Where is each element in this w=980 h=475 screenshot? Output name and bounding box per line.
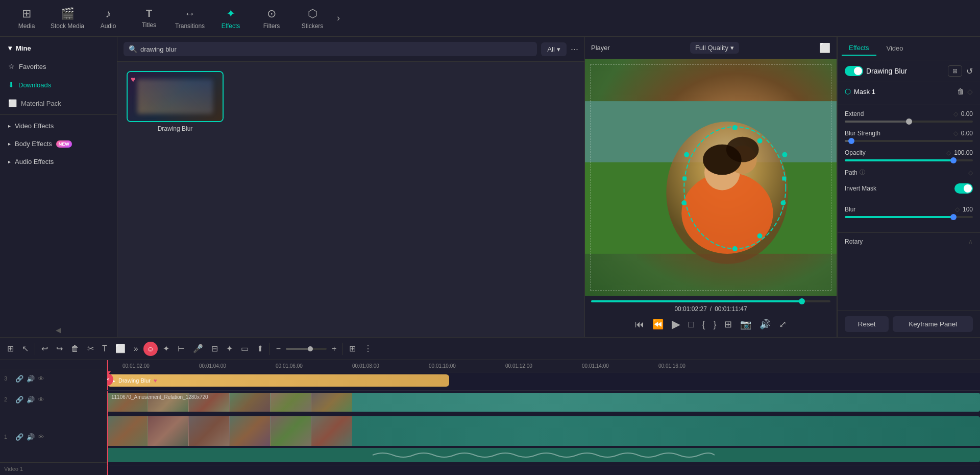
blur-strength-thumb[interactable]: [848, 138, 854, 144]
cut-btn[interactable]: ✂: [84, 342, 97, 355]
toolbar-effects[interactable]: ✦ Effects: [210, 2, 251, 35]
track-3-audio-btn[interactable]: 🔊: [27, 375, 35, 383]
text-btn[interactable]: T: [99, 342, 110, 355]
nav-video-effects[interactable]: ▸ Video Effects: [0, 117, 117, 135]
redo-btn[interactable]: ↪: [53, 342, 66, 355]
effect-copy-btn[interactable]: ⊞: [948, 65, 962, 77]
nav-body-effects[interactable]: ▸ Body Effects NEW: [0, 135, 117, 153]
track-3-content: ▶ Drawing Blur ♥ ✂: [107, 372, 980, 391]
plus-zoom-btn[interactable]: +: [329, 342, 339, 355]
mic-btn[interactable]: 🎤: [190, 342, 206, 355]
grid-toggle-btn[interactable]: ⊞: [346, 342, 359, 355]
top-toolbar: ⊞ Media 🎬 Stock Media ♪ Audio T Titles ↔…: [0, 0, 980, 37]
grid-view-btn[interactable]: ⊞: [4, 342, 17, 355]
mask-delete-btn[interactable]: 🗑: [957, 87, 964, 96]
effect-card-drawing-blur[interactable]: ♥ Drawing Blur: [127, 71, 224, 132]
search-box[interactable]: 🔍: [124, 42, 537, 56]
toolbar-stickers[interactable]: ⬡ Stickers: [292, 2, 333, 35]
toolbar-stock-media[interactable]: 🎬 Stock Media: [47, 2, 88, 35]
invert-mask-toggle[interactable]: [954, 183, 973, 194]
track-3-visible-btn[interactable]: 👁: [38, 375, 44, 383]
more-options-btn[interactable]: ···: [571, 44, 578, 55]
collapse-panel-btn[interactable]: ◀: [53, 323, 64, 337]
extend-slider[interactable]: [845, 121, 973, 123]
track-2-visible-btn[interactable]: 👁: [38, 396, 44, 403]
opacity-slider[interactable]: [845, 159, 973, 161]
fullscreen-btn[interactable]: ⬜: [819, 42, 830, 54]
fullscreen2-btn[interactable]: ⤢: [777, 317, 789, 332]
shield-btn[interactable]: ⊢: [175, 342, 188, 355]
export-btn[interactable]: ⬆: [254, 342, 266, 355]
video-clip-1[interactable]: [107, 416, 980, 446]
magic-btn[interactable]: ✦: [223, 342, 236, 355]
volume-btn[interactable]: 🔊: [757, 317, 773, 332]
nav-audio-effects[interactable]: ▸ Audio Effects: [0, 153, 117, 171]
filter-all-btn[interactable]: All ▾: [541, 42, 567, 56]
progress-thumb[interactable]: [799, 298, 805, 304]
nav-favorites[interactable]: ☆ Favorites: [0, 57, 117, 76]
track-2-audio-btn[interactable]: 🔊: [27, 396, 35, 403]
drawing-blur-clip[interactable]: ▶ Drawing Blur ♥: [107, 374, 449, 387]
toolbar-media[interactable]: ⊞ Media: [6, 2, 47, 35]
skip-back-btn[interactable]: ⏮: [633, 317, 646, 332]
special-action-btn[interactable]: ☺: [143, 342, 158, 356]
extend-thumb[interactable]: [906, 118, 912, 125]
frame-back-btn[interactable]: ⏪: [650, 317, 666, 332]
track-1-audio-btn[interactable]: 🔊: [27, 433, 35, 441]
more-tl-btn[interactable]: »: [131, 342, 141, 355]
keyframe-panel-btn[interactable]: Keyframe Panel: [893, 316, 973, 332]
progress-bar[interactable]: [591, 300, 830, 302]
minus-zoom-btn[interactable]: −: [273, 342, 284, 355]
search-input[interactable]: [140, 45, 532, 53]
subtitle-btn[interactable]: ▭: [238, 342, 252, 355]
blur-strength-slider[interactable]: [845, 140, 973, 142]
blur-preview: [137, 79, 213, 113]
blur-slider[interactable]: [845, 216, 973, 218]
more-grid-btn[interactable]: ⋮: [361, 342, 375, 355]
tab-video[interactable]: Video: [879, 41, 911, 56]
zoom-slider[interactable]: [286, 348, 327, 350]
quality-selector[interactable]: Full Quality ▾: [690, 42, 739, 54]
effect-reset-icon[interactable]: ↺: [966, 66, 973, 76]
loop-btn[interactable]: □: [687, 317, 696, 332]
select-btn[interactable]: ↖: [19, 342, 32, 355]
mark-in-btn[interactable]: {: [700, 317, 707, 332]
current-time: 00:01:02:27: [674, 305, 706, 313]
reset-btn[interactable]: Reset: [845, 316, 889, 332]
split-btn[interactable]: ⊞: [722, 317, 734, 332]
track-2-lock-btn[interactable]: 🔗: [15, 396, 23, 403]
track-1-content: [107, 414, 980, 465]
tab-effects[interactable]: Effects: [842, 41, 876, 56]
track-1-lock-btn[interactable]: 🔗: [15, 433, 23, 441]
path-diamond-icon: ◇: [968, 169, 973, 176]
video-thumb-4: [230, 393, 271, 412]
ruler-mark-8: 00:01:16:00: [658, 363, 685, 369]
effect-header: Drawing Blur ⊞ ↺: [838, 60, 980, 82]
sparkle-btn[interactable]: ✦: [160, 342, 173, 355]
crop-btn[interactable]: ⬜: [112, 342, 129, 355]
svg-point-13: [681, 200, 687, 205]
video-clip-2[interactable]: 1110670_Amusement_Relation_1280x720: [107, 393, 980, 412]
blur-thumb[interactable]: [950, 214, 957, 220]
rotary-chevron-icon[interactable]: ∧: [968, 238, 973, 245]
toolbar-audio[interactable]: ♪ Audio: [88, 2, 129, 35]
toolbar-transitions[interactable]: ↔ Transitions: [169, 2, 210, 35]
undo-btn[interactable]: ↩: [38, 342, 51, 355]
effect-enable-toggle[interactable]: [845, 66, 863, 76]
effects-search-bar: 🔍 All ▾ ···: [117, 37, 584, 62]
delete-btn[interactable]: 🗑: [68, 342, 82, 355]
opacity-thumb[interactable]: [950, 157, 957, 163]
track-1-visible-btn[interactable]: 👁: [38, 433, 44, 441]
blur-strength-label: Blur Strength: [845, 130, 880, 137]
toolbar-more-btn[interactable]: ›: [333, 9, 344, 28]
mark-out-btn[interactable]: }: [711, 317, 718, 332]
snapshot-btn[interactable]: 📷: [738, 317, 753, 332]
toolbar-titles[interactable]: T Titles: [129, 2, 169, 35]
nav-material-pack[interactable]: ⬜ Material Pack: [0, 94, 117, 112]
toolbar-filters[interactable]: ⊙ Filters: [251, 2, 292, 35]
play-btn[interactable]: ▶: [670, 316, 682, 333]
caption-btn[interactable]: ⊟: [208, 342, 221, 355]
nav-downloads[interactable]: ⬇ Downloads: [0, 76, 117, 94]
nav-mine[interactable]: ▾ Mine: [0, 37, 117, 57]
track-3-lock-btn[interactable]: 🔗: [15, 375, 23, 383]
